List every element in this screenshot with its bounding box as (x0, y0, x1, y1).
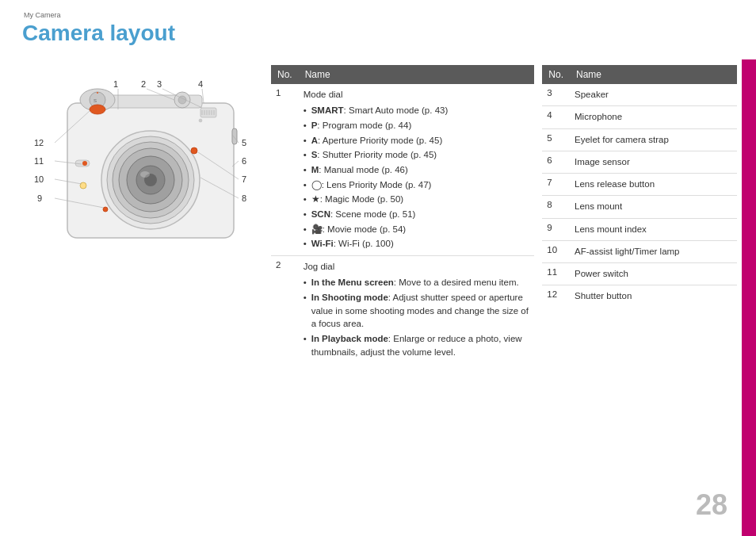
right-row-name: Lens release button (570, 174, 737, 196)
list-item: S: Shutter Priority mode (p. 45) (304, 147, 530, 163)
right-table-name-header: Name (570, 65, 737, 84)
row-1-title: Mode dial (304, 88, 530, 101)
svg-text:3: 3 (157, 79, 162, 89)
right-row-no: 11 (542, 263, 570, 285)
table-row: 1 Mode dial SMART: Smart Auto mode (p. 4… (271, 84, 534, 255)
accent-bar (742, 0, 756, 536)
list-item: ◯: Lens Priority Mode (p. 47) (304, 178, 530, 193)
svg-point-48 (82, 161, 87, 166)
right-table: No. Name 3 Speaker 4 Microphone 5 Eyelet… (542, 65, 737, 308)
svg-text:1: 1 (113, 79, 118, 89)
svg-text:7: 7 (242, 174, 246, 184)
row-2-items: In the Menu screen: Move to a desired me… (304, 275, 530, 359)
svg-text:6: 6 (242, 156, 246, 166)
table-row: 8 Lens mount (542, 196, 737, 218)
svg-rect-35 (232, 128, 237, 144)
right-row-no: 12 (542, 285, 570, 308)
table-row: 7 Lens release button (542, 174, 737, 196)
right-row-name: Speaker (570, 84, 737, 106)
svg-text:S: S (94, 98, 97, 103)
svg-text:9: 9 (37, 193, 42, 203)
main-content: 1 2 3 4 12 11 10 9 5 6 7 8 (16, 65, 737, 520)
svg-point-46 (80, 182, 86, 189)
row-1-content: Mode dial SMART: Smart Auto mode (p. 43)… (299, 84, 535, 255)
left-table-no-header: No. (271, 65, 299, 84)
right-row-no: 3 (542, 84, 570, 106)
right-row-no: 8 (542, 196, 570, 218)
list-item: M: Manual mode (p. 46) (304, 163, 530, 178)
table-row: 5 Eyelet for camera strap (542, 128, 737, 151)
list-item: SMART: Smart Auto mode (p. 43) (304, 103, 530, 118)
breadcrumb: My Camera (24, 11, 61, 19)
svg-point-44 (191, 147, 197, 154)
right-row-name: AF-assist light/Timer lamp (570, 240, 737, 262)
right-row-name: Image sensor (570, 151, 737, 173)
right-row-name: Shutter button (570, 285, 737, 308)
table-row: 12 Shutter button (542, 285, 737, 308)
right-row-name: Eyelet for camera strap (570, 128, 737, 151)
right-row-no: 10 (542, 240, 570, 262)
table-row: 10 AF-assist light/Timer lamp (542, 240, 737, 262)
left-table: No. Name 1 Mode dial SMART: Smart Auto m… (271, 65, 534, 363)
svg-text:12: 12 (34, 138, 44, 147)
right-row-no: 4 (542, 106, 570, 128)
list-item: ★: Magic Mode (p. 50) (304, 192, 530, 207)
right-row-name: Power switch (570, 263, 737, 285)
list-item: Wi-Fi: Wi-Fi (p. 100) (304, 236, 530, 251)
right-row-no: 6 (542, 151, 570, 173)
svg-point-34 (199, 119, 202, 122)
svg-point-49 (90, 105, 105, 114)
list-item: In Playback mode: Enlarge or reduce a ph… (304, 331, 530, 359)
page-number: 28 (696, 488, 727, 522)
svg-text:5: 5 (242, 138, 246, 147)
list-item: In the Menu screen: Move to a desired me… (304, 275, 530, 290)
right-row-no: 9 (542, 218, 570, 240)
diagram-area: 1 2 3 4 12 11 10 9 5 6 7 8 (16, 65, 262, 520)
svg-text:10: 10 (34, 174, 44, 184)
list-item: A: Aperture Priority mode (p. 45) (304, 133, 530, 148)
svg-text:8: 8 (242, 193, 246, 203)
right-table-no-header: No. (542, 65, 570, 84)
row-1-no: 1 (271, 84, 299, 255)
right-row-name: Lens mount (570, 196, 737, 218)
table-right: No. Name 3 Speaker 4 Microphone 5 Eyelet… (542, 65, 737, 520)
svg-text:2: 2 (141, 79, 146, 89)
table-left: No. Name 1 Mode dial SMART: Smart Auto m… (271, 65, 534, 520)
row-1-items: SMART: Smart Auto mode (p. 43) P: Progra… (304, 103, 530, 251)
table-row: 4 Microphone (542, 106, 737, 128)
table-row: 6 Image sensor (542, 151, 737, 173)
table-row: 2 Jog dial In the Menu screen: Move to a… (271, 255, 534, 363)
camera-diagram: 1 2 3 4 12 11 10 9 5 6 7 8 (28, 73, 250, 258)
page-title: Camera layout (22, 21, 175, 46)
right-row-name: Microphone (570, 106, 737, 128)
right-row-no: 7 (542, 174, 570, 196)
svg-text:11: 11 (34, 156, 44, 166)
row-2-no: 2 (271, 255, 299, 363)
row-2-content: Jog dial In the Menu screen: Move to a d… (299, 255, 535, 363)
list-item: P: Program mode (p. 44) (304, 118, 530, 133)
header: My Camera Camera layout (0, 0, 756, 59)
table-row: 3 Speaker (542, 84, 737, 106)
tables-area: No. Name 1 Mode dial SMART: Smart Auto m… (271, 65, 737, 520)
svg-point-43 (140, 171, 150, 178)
left-table-name-header: Name (299, 65, 535, 84)
list-item: 🎥: Movie mode (p. 54) (304, 222, 530, 237)
list-item: SCN: Scene mode (p. 51) (304, 207, 530, 222)
svg-text:4: 4 (198, 79, 203, 89)
row-2-title: Jog dial (304, 260, 530, 274)
right-row-no: 5 (542, 128, 570, 151)
list-item: In Shooting mode: Adjust shutter speed o… (304, 290, 530, 331)
table-row: 11 Power switch (542, 263, 737, 285)
right-row-name: Lens mount index (570, 218, 737, 240)
table-row: 9 Lens mount index (542, 218, 737, 240)
